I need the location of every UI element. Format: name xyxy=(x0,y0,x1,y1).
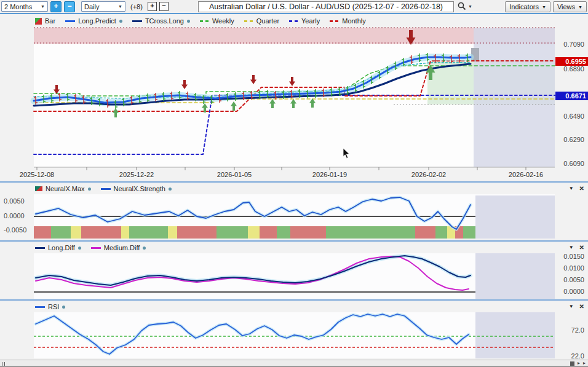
rsi-legend: RSI xyxy=(35,303,65,310)
x-axis-label: 2026-02-02 xyxy=(404,171,453,178)
y-axis-label: 0.0000 xyxy=(563,288,584,296)
line-swatch-icon xyxy=(91,247,101,249)
line-swatch-icon xyxy=(65,20,75,22)
bar-swatch-icon xyxy=(35,18,42,25)
main-price-chart[interactable] xyxy=(0,15,588,182)
legend-item-neuralx-max[interactable]: NeuralX.Max xyxy=(35,185,91,192)
legend-label: Weekly xyxy=(212,17,234,25)
y-axis-label: 0.6090 xyxy=(563,160,584,168)
legend-item-neuralx-strength[interactable]: NeuralX.Strength xyxy=(101,185,172,192)
remove-bars-button[interactable]: − xyxy=(159,2,169,11)
y-axis-label: 0.6890 xyxy=(563,65,584,73)
close-panel-icon[interactable]: ✕ xyxy=(579,185,584,192)
line-swatch-icon xyxy=(101,188,111,190)
zoom-out-button[interactable]: − xyxy=(64,1,75,12)
panel-divider[interactable] xyxy=(0,181,588,183)
y-axis-label: 0.0000 xyxy=(4,212,25,220)
panel-divider[interactable] xyxy=(0,240,588,242)
line-swatch-icon xyxy=(132,20,142,22)
search-icon[interactable] xyxy=(458,2,466,10)
scrollbar-left-mark xyxy=(4,362,5,366)
legend-item-medium-diff[interactable]: Medium.Diff xyxy=(91,244,146,251)
chevron-down-icon: ▼ xyxy=(41,4,45,9)
x-axis-label: 2025-12-08 xyxy=(12,171,62,178)
legend-item-quarter[interactable]: Quarter xyxy=(244,17,279,25)
chevron-down-icon: ▼ xyxy=(542,5,546,9)
legend-label: Yearly xyxy=(301,17,320,25)
collapse-panel-icon[interactable]: ▼ xyxy=(569,304,574,309)
legend-item-yearly[interactable]: Yearly xyxy=(289,17,320,25)
add-bars-button[interactable]: + xyxy=(148,2,157,11)
neuralx-panel-controls: ▼ ✕ xyxy=(569,185,584,192)
range-select[interactable]: 2 Months ▼ xyxy=(1,1,48,12)
legend-item-bar[interactable]: Bar xyxy=(35,17,55,25)
indicator-options-dot[interactable] xyxy=(78,247,81,250)
collapse-panel-icon[interactable]: ▼ xyxy=(569,186,574,191)
collapse-panel-icon[interactable]: ▼ xyxy=(569,245,574,250)
search-dropdown-icon[interactable]: ▼ xyxy=(468,4,472,9)
x-axis-label: 2025-12-22 xyxy=(112,171,161,178)
dash-swatch-icon xyxy=(330,20,339,22)
scroll-right-icon[interactable]: ▸ xyxy=(578,360,580,366)
indicator-options-dot[interactable] xyxy=(169,187,172,191)
y-axis-label: 72.0 xyxy=(571,326,584,334)
legend-label: NeuralX.Max xyxy=(46,185,85,192)
chevron-down-icon: ▼ xyxy=(118,4,122,9)
legend-label: NeuralX.Strength xyxy=(114,185,165,192)
views-button[interactable]: Views ▼ xyxy=(553,1,587,12)
indicators-button[interactable]: Indicators ▼ xyxy=(505,1,550,12)
legend-item-monthly[interactable]: Monthly xyxy=(330,17,366,25)
x-axis-label: 2026-01-19 xyxy=(305,171,354,178)
indicator-options-dot[interactable] xyxy=(143,247,146,250)
indicator-options-dot[interactable] xyxy=(187,20,190,23)
indicator-options-dot[interactable] xyxy=(62,306,65,309)
interval-select[interactable]: Daily ▼ xyxy=(81,1,125,12)
legend-label: Long.Diff xyxy=(48,244,75,251)
legend-label: Medium.Diff xyxy=(104,244,140,251)
scrollbar-left-mark xyxy=(2,362,2,366)
scrollbar-thumb[interactable] xyxy=(570,361,574,366)
symbol-title-input[interactable]: Australian Dollar / U.S. Dollar - AUD/US… xyxy=(198,1,454,12)
rsi-panel-controls: ▼ ✕ xyxy=(569,303,584,310)
legend-label: TCross.Long xyxy=(145,17,184,25)
legend-label: Monthly xyxy=(342,17,366,25)
y-axis-label: 0.6490 xyxy=(563,112,584,120)
mouse-cursor xyxy=(343,148,351,159)
chevron-down-icon: ▼ xyxy=(578,5,582,9)
top-toolbar: 2 Months ▼ + − Daily ▼ (+8) + − Australi… xyxy=(0,0,588,14)
legend-label: Bar xyxy=(45,17,55,25)
neuralx-legend: NeuralX.Max NeuralX.Strength xyxy=(35,185,172,192)
dash-swatch-icon xyxy=(244,20,253,22)
indicator-options-dot[interactable] xyxy=(119,20,122,23)
rsi-panel-chart[interactable] xyxy=(0,301,588,360)
y-axis-label: -0.0050 xyxy=(4,226,26,234)
legend-item-long-predict[interactable]: Long.Predict xyxy=(65,17,122,25)
neuralx-max-swatch-icon xyxy=(35,186,42,191)
y-axis-label: 0.0050 xyxy=(563,276,584,284)
legend-item-weekly[interactable]: Weekly xyxy=(200,17,234,25)
y-axis-label: 0.0150 xyxy=(563,253,584,261)
legend-label: Quarter xyxy=(256,17,279,25)
x-axis-label: 2026-02-16 xyxy=(501,171,550,178)
panel-divider[interactable] xyxy=(0,299,588,301)
horizontal-scrollbar[interactable]: ▸ ▸ xyxy=(0,360,588,367)
line-swatch-icon xyxy=(35,247,45,249)
y-axis-label: 0.7090 xyxy=(563,41,584,49)
close-panel-icon[interactable]: ✕ xyxy=(579,303,584,310)
diff-panel-controls: ▼ ✕ xyxy=(569,244,584,251)
indicator-options-dot[interactable] xyxy=(88,187,91,191)
diff-legend: Long.Diff Medium.Diff xyxy=(35,244,146,251)
x-axis-label: 2026-01-05 xyxy=(210,171,259,178)
price-badge-yearly-level: 0.6671 xyxy=(555,92,588,100)
zoom-in-button[interactable]: + xyxy=(50,1,62,12)
scroll-right-end-icon[interactable]: ▸ xyxy=(583,360,586,366)
interval-select-value: Daily xyxy=(84,3,99,10)
legend-label: Long.Predict xyxy=(78,17,116,25)
dash-swatch-icon xyxy=(200,20,209,22)
y-axis-label: 0.0050 xyxy=(4,197,25,205)
price-badge-predicted-high: 0.6955 xyxy=(555,57,588,66)
legend-item-tcross-long[interactable]: TCross.Long xyxy=(132,17,190,25)
close-panel-icon[interactable]: ✕ xyxy=(579,244,584,251)
legend-item-long-diff[interactable]: Long.Diff xyxy=(35,244,81,251)
legend-item-rsi[interactable]: RSI xyxy=(35,303,65,310)
